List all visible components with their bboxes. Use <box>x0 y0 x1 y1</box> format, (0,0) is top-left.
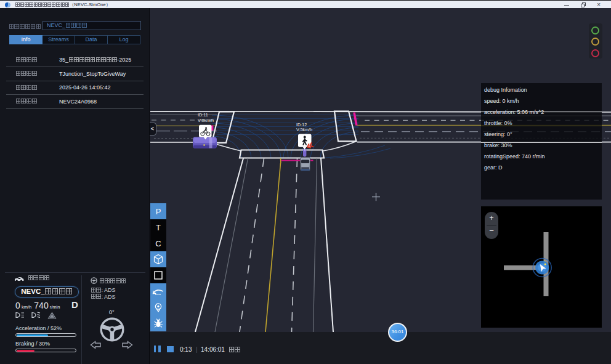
svg-text:V:0km/h: V:0km/h <box>198 118 214 123</box>
svg-text:V:5km/h: V:5km/h <box>296 127 312 132</box>
